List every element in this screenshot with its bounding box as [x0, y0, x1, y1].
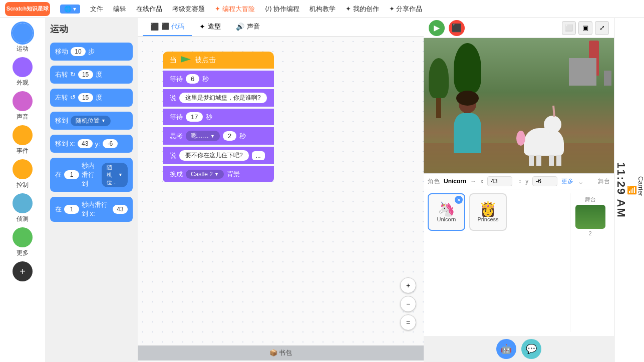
menu-share[interactable]: ✦ 分享作品 [389, 5, 423, 14]
princess-sprite-label: Princess [477, 216, 498, 222]
flag-icon [181, 56, 191, 64]
globe-button[interactable]: 🌐 ▾ [60, 5, 80, 14]
think-block[interactable]: 思考 嗯……▼ 2 秒 [163, 127, 274, 145]
category-more-label: 更多 [17, 249, 29, 257]
when-flag-block[interactable]: 当 被点击 [163, 52, 274, 69]
bottom-actions: 🤖 💬 [424, 336, 614, 362]
backdrop-thumbnail[interactable] [575, 205, 605, 229]
category-sensing-label: 侦测 [17, 215, 29, 223]
tab-costume-label: 造型 [208, 22, 221, 31]
backpack-bar[interactable]: 📦 书包 [138, 345, 424, 360]
category-events-icon [13, 125, 33, 145]
y-label: y [525, 178, 528, 185]
tab-code-label: ⬛ 代码 [161, 22, 184, 31]
logo[interactable]: Scratch知识星球 [5, 2, 50, 16]
sprites-area: ✕ 🦄 Unicorn 👸 Princess 舞台 2 [424, 189, 614, 336]
think-time-input[interactable]: 2 [223, 131, 236, 141]
backdrop-count: 2 [588, 230, 591, 236]
categories-sidebar: 运动 外观 声音 事件 控制 侦测 更多 + [0, 18, 45, 362]
unicorn-sprite-thumb: 🦄 [438, 202, 455, 216]
stage-label: 舞台 [598, 177, 610, 186]
tab-costume[interactable]: ✦ 造型 [192, 18, 228, 36]
menu-collab[interactable]: ⟨/⟩ 协作编程 [265, 5, 299, 14]
layout-buttons: ⬜ ▣ ⤢ [562, 21, 609, 35]
switch-backdrop-block[interactable]: 换成 Castle 2 ▼ 背景 [163, 166, 274, 182]
layout-fullscreen-button[interactable]: ⤢ [595, 21, 609, 35]
add-extension-button[interactable]: + [4, 261, 42, 283]
x-label: x [480, 178, 483, 185]
time-panel: Carrier 📶 11:29 AM [614, 18, 644, 362]
wait-17-block[interactable]: 等待 17 秒 [163, 109, 274, 125]
goto-block[interactable]: 移到 随机位置 [50, 112, 133, 130]
sprite-name: Unicorn [444, 178, 466, 185]
menu-institution[interactable]: 机构教学 [309, 5, 336, 14]
stage-play-stop-buttons: ▶ ⬛ [429, 20, 465, 36]
carrier-text: Carrier [637, 176, 645, 196]
turn-left-block[interactable]: 左转 ↺ 15 度 [50, 89, 133, 107]
say-text-input[interactable]: 这里是梦幻城堡，你是谁啊? [179, 93, 267, 103]
zoom-out-button[interactable]: − [400, 296, 416, 312]
princess-sprite-thumb: 👸 [479, 202, 497, 216]
category-motion[interactable]: 运动 [4, 23, 42, 53]
menu-adventure[interactable]: ✦ 编程大冒险 [215, 5, 255, 14]
category-sensing[interactable]: 侦测 [4, 193, 42, 223]
menu-competition[interactable]: 考级竞赛题 [172, 5, 205, 14]
code-blocks-stack: 当 被点击 等待 6 秒 说 这里是梦幻城堡，你是谁啊? 等待 [163, 52, 274, 182]
goto-xy-block[interactable]: 移到 x: 43 y: -6 [50, 135, 133, 153]
tab-code[interactable]: ⬛ ⬛ 代码 [143, 18, 192, 36]
stop-button[interactable]: ⬛ [449, 20, 465, 36]
move-block[interactable]: 移动 10 步 [50, 43, 133, 61]
backdrop-dropdown[interactable]: Castle 2 ▼ [186, 170, 224, 179]
sprite-list: ✕ 🦄 Unicorn 👸 Princess [428, 193, 566, 332]
backpack-label: 📦 书包 [269, 348, 292, 357]
tab-sound[interactable]: 🔊 声音 [228, 18, 267, 36]
x-input[interactable] [487, 176, 512, 186]
robot-button[interactable]: 🤖 [496, 339, 516, 359]
category-looks[interactable]: 外观 [4, 57, 42, 87]
sprite-delete-icon[interactable]: ✕ [455, 196, 463, 204]
category-control[interactable]: 控制 [4, 159, 42, 189]
glide-random-block[interactable]: 在 1 秒内滑行到 随机位... [50, 158, 133, 192]
category-sound[interactable]: 声音 [4, 91, 42, 121]
menu-my-creations[interactable]: ✦ 我的创作 [346, 5, 379, 14]
blocks-panel-title: 运动 [50, 23, 133, 35]
layout-medium-button[interactable]: ▣ [578, 21, 592, 35]
category-events-label: 事件 [17, 147, 29, 155]
layout-small-button[interactable]: ⬜ [562, 21, 576, 35]
script-canvas[interactable]: 当 被点击 等待 6 秒 说 这里是梦幻城堡，你是谁啊? 等待 [138, 37, 424, 360]
say-block[interactable]: 说 这里是梦幻城堡，你是谁啊? [163, 89, 274, 107]
glide-xy-block[interactable]: 在 1 秒内滑行到 x: 43 [50, 197, 133, 222]
backdrop-label: 舞台 [585, 196, 596, 203]
sprite-item-princess[interactable]: 👸 Princess [469, 193, 507, 231]
sprite-item-unicorn[interactable]: ✕ 🦄 Unicorn [428, 193, 465, 231]
zoom-controls: + − = [400, 277, 416, 330]
menu-file[interactable]: 文件 [90, 5, 103, 14]
sprite-label: 角色 [428, 177, 440, 186]
unicorn-sprite-label: Unicorn [437, 216, 456, 222]
category-sensing-icon [13, 193, 33, 213]
tab-sound-label: 声音 [247, 22, 260, 31]
menu-online[interactable]: 在线作品 [136, 5, 162, 14]
zoom-reset-button[interactable]: = [400, 314, 416, 330]
menu-edit[interactable]: 编辑 [113, 5, 126, 14]
time-display: 11:29 AM [614, 162, 627, 218]
wait-17-input[interactable]: 17 [186, 112, 203, 122]
think-dropdown[interactable]: 嗯……▼ [186, 131, 220, 141]
ground [424, 143, 614, 173]
stage-controls: ▶ ⬛ ⬜ ▣ ⤢ [424, 18, 614, 38]
category-events[interactable]: 事件 [4, 125, 42, 155]
main-layout: 运动 外观 声音 事件 控制 侦测 更多 + [0, 18, 644, 362]
zoom-in-button[interactable]: + [400, 277, 416, 293]
chat-button[interactable]: 💬 [521, 339, 541, 359]
say2-block[interactable]: 说 要不你在这儿住下吧? ... [163, 147, 274, 164]
category-looks-label: 外观 [17, 79, 29, 87]
code-icon: ⬛ [150, 23, 159, 31]
category-more[interactable]: 更多 [4, 227, 42, 257]
wait-6-input[interactable]: 6 [186, 74, 199, 84]
more-button[interactable]: 更多 [561, 177, 573, 186]
wait-6-block[interactable]: 等待 6 秒 [163, 71, 274, 87]
play-button[interactable]: ▶ [429, 20, 445, 36]
turn-right-block[interactable]: 右转 ↻ 15 度 [50, 66, 133, 84]
say2-text-input[interactable]: 要不你在这儿住下吧? [179, 150, 249, 161]
y-input[interactable] [532, 176, 557, 186]
